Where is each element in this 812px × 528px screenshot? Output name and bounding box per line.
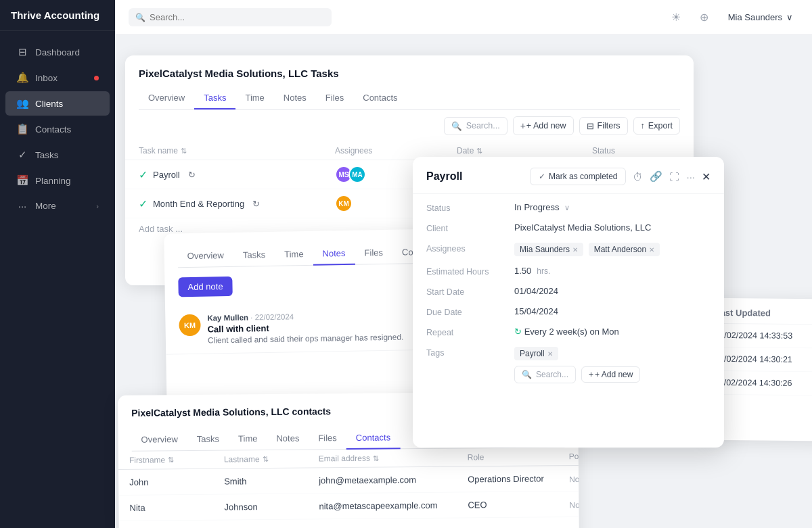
tab-files[interactable]: Files [316,87,353,110]
update-time: 22/02/2024 14:33:53 [715,331,812,341]
col-assignees: Assignees [335,146,457,155]
field-value: 01/04/2024 [514,286,710,296]
mark-completed-button[interactable]: ✓ Mark as completed [530,168,626,185]
chevron-right-icon: › [96,202,99,210]
col-lastname: Lastname ⇅ [224,454,319,464]
contact-firstname: Nita [129,502,224,513]
tab-notes[interactable]: Notes [313,243,355,266]
table-row: John Smith john@metaexample.com Operatio… [118,466,579,496]
payroll-actions: ✓ Mark as completed ⏱ 🔗 ⛶ ··· ✕ [530,168,710,185]
main-area: 🔍 ☀ ⊕ Mia Saunders ∨ PixelCatalyst Media… [115,0,812,528]
tab-time[interactable]: Time [275,243,313,266]
sort-icon[interactable]: ⇅ [373,454,379,462]
cards-area: PixelCatalyst Media Solutions, LLC Tasks… [115,35,812,528]
dashboard-icon: ⊟ [16,46,28,58]
search-input[interactable] [150,12,325,22]
field-start-date: Start Date 01/04/2024 [426,286,710,297]
tab-contacts[interactable]: Contacts [353,87,407,110]
expand-icon[interactable]: ⛶ [669,171,679,183]
sidebar-item-label: Clients [35,99,99,109]
tags-search[interactable]: 🔍 Search... [514,366,576,383]
notes-tabs: Overview Tasks Time Notes Files Contacts [177,241,435,268]
sort-icon[interactable]: ⇅ [181,147,187,155]
tab-tasks[interactable]: Tasks [233,244,275,267]
field-label: Tags [426,347,514,358]
add-new-button[interactable]: + + Add new [513,116,574,135]
sidebar-item-clients[interactable]: 👥 Clients [5,91,110,116]
sidebar-item-planning[interactable]: 📅 Planning [5,168,110,193]
sort-icon[interactable]: ⇅ [262,455,268,464]
inbox-icon: 🔔 [16,72,28,84]
chevron-down-icon: ∨ [564,203,570,212]
remove-assignee-button[interactable]: ✕ [649,246,654,254]
tasks-card-header: PixelCatalyst Media Solutions, LLC Tasks… [125,55,694,110]
sidebar-item-contacts[interactable]: 📋 Contacts [5,117,110,141]
tab-overview[interactable]: Overview [131,429,187,452]
sort-icon[interactable]: ⇅ [168,456,174,464]
sort-icon[interactable]: ⇅ [476,147,482,155]
note-item: KM Kay Mullen · 22/02/2024 Call with cli… [165,302,450,354]
tab-time[interactable]: Time [235,87,273,110]
tasks-card-tabs: Overview Tasks Time Notes Files Contacts [139,87,680,110]
field-value: 1.50 hrs. [514,266,710,276]
tab-notes[interactable]: Notes [267,428,309,451]
payroll-title: Payroll [426,170,530,183]
topbar-search-bar[interactable]: 🔍 [129,8,332,26]
contact-email: nita@metascapeexample.com [319,500,468,511]
check-circle-icon: ✓ [139,168,148,181]
assignee-tag: Matt Anderson ✕ [589,243,660,256]
search-icon: 🔍 [451,121,462,131]
tab-tasks[interactable]: Tasks [187,429,229,452]
settings-icon[interactable]: ☀ [666,7,686,28]
add-new-tag-button[interactable]: + + Add new [581,366,640,383]
user-menu[interactable]: Mia Saunders ∨ [723,9,798,25]
task-name-payroll: ✓ Payroll ↻ [139,168,335,181]
tab-time[interactable]: Time [229,428,267,450]
tab-contacts[interactable]: Contacts [346,427,401,450]
tab-files[interactable]: Files [355,242,392,265]
note-content: Kay Mullen · 22/02/2024 Call with client… [207,310,436,345]
sidebar: Thrive Accounting ⊟ Dashboard 🔔 Inbox 👥 … [0,0,115,528]
plus-icon: + [589,370,593,379]
field-label: Client [426,222,514,233]
col-email: Email address ⇅ [319,452,468,463]
tasks-icon: ✓ [16,149,28,161]
sidebar-item-dashboard[interactable]: ⊟ Dashboard [5,40,110,64]
contact-firstname: John [129,477,224,487]
close-icon[interactable]: ✕ [702,170,710,183]
contact-portal: Not yet invited ⋮ [569,471,579,485]
tab-tasks[interactable]: Tasks [194,87,235,110]
add-note-button[interactable]: Add note [178,277,233,297]
payroll-header: Payroll ✓ Mark as completed ⏱ 🔗 ⛶ ··· ✕ [413,157,724,194]
notifications-icon[interactable]: ⊕ [694,7,715,28]
field-label: Assignees [426,243,514,254]
field-tags: Tags Payroll ✕ 🔍 Search... + [426,347,710,383]
sidebar-item-label: More [35,201,89,211]
col-status: Status [592,146,680,155]
clock-icon[interactable]: ⏱ [633,171,643,183]
col-role: Role [468,452,569,462]
remove-tag-button[interactable]: ✕ [547,350,553,358]
export-button[interactable]: ↑ Export [633,117,680,135]
sidebar-item-label: Planning [35,176,99,186]
tab-overview[interactable]: Overview [177,245,233,268]
field-due-date: Due Date 15/04/2024 [426,306,710,317]
tasks-search[interactable]: 🔍 Search... [444,117,508,135]
sidebar-item-tasks[interactable]: ✓ Tasks [5,143,110,167]
sidebar-item-inbox[interactable]: 🔔 Inbox [5,66,110,90]
field-label: Due Date [426,306,514,317]
plus-icon: + [520,120,526,131]
tab-notes[interactable]: Notes [274,87,316,110]
remove-assignee-button[interactable]: ✕ [572,246,578,254]
more-icon[interactable]: ··· [686,171,695,183]
contact-portal: Not yet invited ⋮ [569,497,579,510]
tab-overview[interactable]: Overview [139,87,194,110]
field-repeat: Repeat ↻ Every 2 week(s) on Mon [426,327,710,337]
col-date: Date ⇅ [457,146,592,155]
link-icon[interactable]: 🔗 [650,170,662,183]
notes-card-header: Overview Tasks Time Notes Files Contacts [164,229,449,268]
sidebar-item-more[interactable]: ··· More › [5,194,110,218]
filters-button[interactable]: ⊟ Filters [579,117,628,135]
assignee-tag: Mia Saunders ✕ [514,243,583,256]
tab-files[interactable]: Files [309,427,346,450]
